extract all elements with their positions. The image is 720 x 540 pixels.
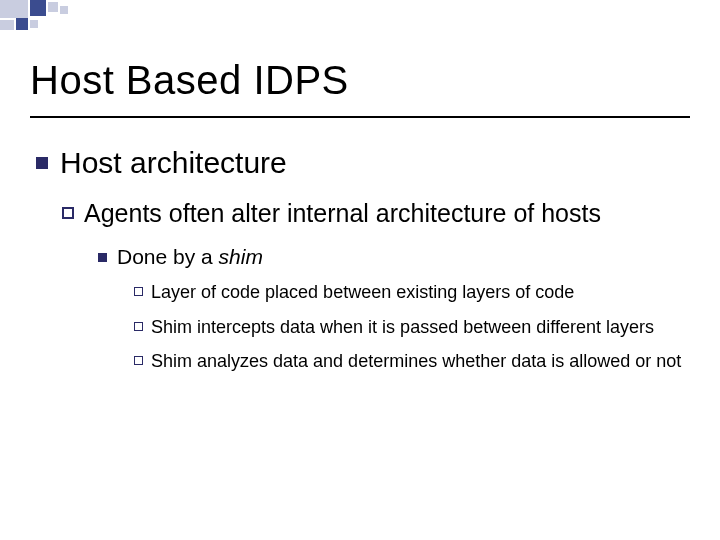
bullet-text: Shim intercepts data when it is passed b… [151,316,654,339]
hollow-square-bullet-icon [62,207,74,219]
slide-title: Host Based IDPS [30,58,349,103]
bullet-level-4: Shim intercepts data when it is passed b… [134,316,690,339]
bullet-level-4: Layer of code placed between existing la… [134,281,690,304]
bullet-text: Agents often alter internal architecture… [84,198,601,229]
hollow-square-bullet-icon [134,287,143,296]
bullet-level-1: Host architecture [36,146,690,180]
bullet-level-3: Done by a shim [98,245,690,269]
hollow-square-bullet-icon [134,322,143,331]
bullet-level-2: Agents often alter internal architecture… [62,198,690,229]
corner-decoration [0,0,180,36]
bullet-text: Shim analyzes data and determines whethe… [151,350,681,373]
bullet-level-4: Shim analyzes data and determines whethe… [134,350,690,373]
slide-body: Host architecture Agents often alter int… [36,146,690,373]
bullet-text: Done by a shim [117,245,263,269]
italic-term: shim [219,245,263,268]
square-bullet-icon [98,253,107,262]
bullet-text: Host architecture [60,146,287,180]
hollow-square-bullet-icon [134,356,143,365]
text-prefix: Done by a [117,245,219,268]
square-bullet-icon [36,157,48,169]
title-underline [30,116,690,118]
bullet-text: Layer of code placed between existing la… [151,281,574,304]
